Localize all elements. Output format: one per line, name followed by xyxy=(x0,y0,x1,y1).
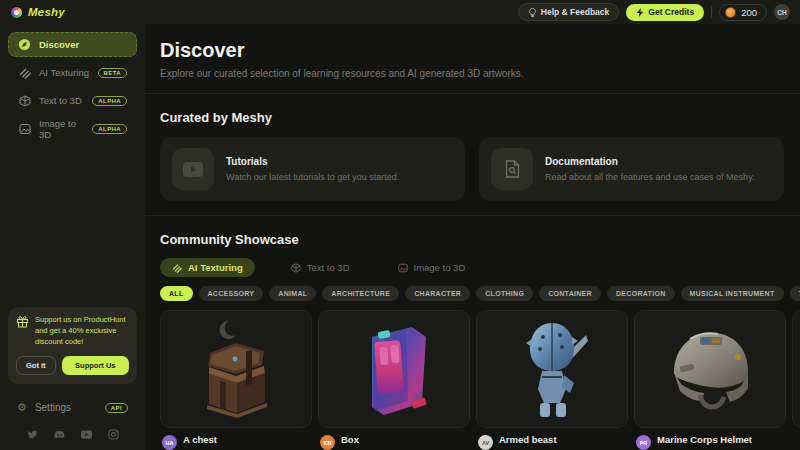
curated-card-text: Documentation Read about all the feature… xyxy=(545,156,754,182)
curated-card-title: Documentation xyxy=(545,156,754,167)
youtube-play-icon xyxy=(172,148,214,190)
coin-icon xyxy=(725,7,736,18)
page-subtitle: Explore our curated selection of learnin… xyxy=(160,68,784,79)
showcase-card[interactable]: AV Armed beast AvAR xyxy=(476,310,628,450)
tutorials-card[interactable]: Tutorials Watch our latest tutorials to … xyxy=(160,137,465,201)
showcase-heading: Community Showcase xyxy=(160,232,784,247)
beta-badge: BETA xyxy=(98,68,128,78)
filter-chip-architecture[interactable]: ARCHITECTURE xyxy=(322,286,399,301)
credits-count: 200 xyxy=(741,7,757,18)
showcase-card[interactable]: KN Box Knight42 xyxy=(318,310,470,450)
filter-chip-decoration[interactable]: DECORATION xyxy=(607,286,675,301)
sidebar-item-label: Image to 3D xyxy=(39,118,84,140)
twitter-icon[interactable] xyxy=(27,429,38,440)
credits-balance[interactable]: 200 xyxy=(719,4,767,21)
support-promo-card: Support us on ProductHunt and get a 40% … xyxy=(8,307,137,384)
filter-chip-all[interactable]: ALL xyxy=(160,286,193,301)
curated-card-description: Watch our latest tutorials to get you st… xyxy=(226,172,399,182)
documentation-card[interactable]: Documentation Read about all the feature… xyxy=(479,137,784,201)
cube-icon xyxy=(18,94,31,107)
author-avatar[interactable]: AV xyxy=(478,435,493,450)
gear-icon: ⚙ xyxy=(17,402,27,413)
tab-text-to-3d[interactable]: Text to 3D xyxy=(279,258,362,277)
logo-text: Meshy xyxy=(28,6,65,18)
api-badge: API xyxy=(105,403,128,413)
tab-label: AI Texturing xyxy=(188,262,243,273)
filter-chip-container[interactable]: CONTAINER xyxy=(539,286,601,301)
model-title: A chest xyxy=(183,434,217,445)
page-title: Discover xyxy=(160,39,784,62)
instagram-icon[interactable] xyxy=(108,429,119,440)
author-avatar[interactable]: KN xyxy=(320,435,335,450)
author-avatar[interactable]: PR xyxy=(636,435,651,450)
alpha-badge: ALPHA xyxy=(92,124,127,134)
model-title: Armed beast xyxy=(499,434,557,445)
divider xyxy=(145,93,800,94)
main-content: Discover Explore our curated selection o… xyxy=(145,24,800,450)
document-search-icon xyxy=(491,148,533,190)
model-info: PR Marine Corps Helmet Proton xyxy=(634,434,786,450)
sidebar-item-discover[interactable]: Discover xyxy=(8,32,137,57)
model-thumbnail-box xyxy=(318,310,470,428)
model-info: HA A chest Hannah xyxy=(160,434,312,450)
filter-chip-clothing[interactable]: CLOTHING xyxy=(476,286,533,301)
curated-card-title: Tutorials xyxy=(226,156,399,167)
topbar: Meshy Help & Feedback Get Credits 200 CH xyxy=(0,0,800,24)
get-credits-button[interactable]: Get Credits xyxy=(626,4,704,21)
user-avatar[interactable]: CH xyxy=(774,4,790,20)
model-thumbnail-helmet xyxy=(634,310,786,428)
texture-brush-icon xyxy=(18,66,31,79)
curated-heading: Curated by Meshy xyxy=(160,110,784,125)
support-us-button[interactable]: Support Us xyxy=(62,356,129,375)
filter-chip-animal[interactable]: ANIMAL xyxy=(269,286,316,301)
model-thumbnail-partial xyxy=(792,310,800,428)
filter-chip-musical-instrument[interactable]: MUSICAL INSTRUMENT xyxy=(681,286,784,301)
showcase-card[interactable]: PR Marine Corps Helmet Proton xyxy=(634,310,786,450)
meshy-logo-icon xyxy=(10,6,23,19)
youtube-icon[interactable] xyxy=(81,429,92,440)
help-feedback-label: Help & Feedback xyxy=(541,7,610,17)
image-icon xyxy=(18,122,31,135)
author-avatar[interactable]: HA xyxy=(162,435,177,450)
showcase-card[interactable]: HA A chest Hannah xyxy=(160,310,312,450)
curated-card-text: Tutorials Watch our latest tutorials to … xyxy=(226,156,399,182)
curated-cards: Tutorials Watch our latest tutorials to … xyxy=(160,137,784,201)
showcase-tabs: AI Texturing Text to 3D Image to 3D xyxy=(160,258,784,277)
settings-label: Settings xyxy=(35,402,71,413)
sidebar-item-label: Text to 3D xyxy=(39,95,82,106)
help-feedback-button[interactable]: Help & Feedback xyxy=(518,3,620,21)
image-icon xyxy=(398,263,408,273)
showcase-card-partial[interactable] xyxy=(792,310,800,450)
model-title: Marine Corps Helmet xyxy=(657,434,752,445)
sidebar-item-settings[interactable]: ⚙ Settings API xyxy=(8,396,137,419)
sidebar-bottom: Support us on ProductHunt and get a 40% … xyxy=(0,307,145,450)
sidebar-item-text-to-3d[interactable]: Text to 3D ALPHA xyxy=(8,88,137,113)
sidebar: Discover AI Texturing BETA Text to 3D AL… xyxy=(0,24,145,450)
model-thumbnail-chest xyxy=(160,310,312,428)
model-title: Box xyxy=(341,434,373,445)
showcase-grid: HA A chest Hannah xyxy=(160,310,800,450)
got-it-button[interactable]: Got it xyxy=(16,356,56,375)
tab-ai-texturing[interactable]: AI Texturing xyxy=(160,258,255,277)
topbar-actions: Help & Feedback Get Credits 200 CH xyxy=(518,3,790,21)
category-filters: ALL ACCESSORY ANIMAL ARCHITECTURE CHARAC… xyxy=(160,286,784,301)
tab-image-to-3d[interactable]: Image to 3D xyxy=(386,258,478,277)
lightbulb-icon xyxy=(528,8,537,17)
topbar-divider xyxy=(711,6,712,18)
alpha-badge: ALPHA xyxy=(92,96,127,106)
sidebar-item-ai-texturing[interactable]: AI Texturing BETA xyxy=(8,60,137,85)
model-thumbnail-armed-beast xyxy=(476,310,628,428)
sidebar-item-image-to-3d[interactable]: Image to 3D ALPHA xyxy=(8,116,137,141)
tab-label: Image to 3D xyxy=(414,262,466,273)
model-info: AV Armed beast AvAR xyxy=(476,434,628,450)
filter-chip-character[interactable]: CHARACTER xyxy=(405,286,470,301)
filter-chip-accessory[interactable]: ACCESSORY xyxy=(199,286,264,301)
cube-icon xyxy=(291,263,301,273)
divider xyxy=(145,215,800,216)
model-info: KN Box Knight42 xyxy=(318,434,470,450)
logo[interactable]: Meshy xyxy=(10,6,65,19)
discord-icon[interactable] xyxy=(54,429,65,440)
gift-icon xyxy=(16,315,29,328)
filter-chip-transportation[interactable]: TRANSPORTATION xyxy=(790,286,800,301)
texture-brush-icon xyxy=(172,263,182,273)
